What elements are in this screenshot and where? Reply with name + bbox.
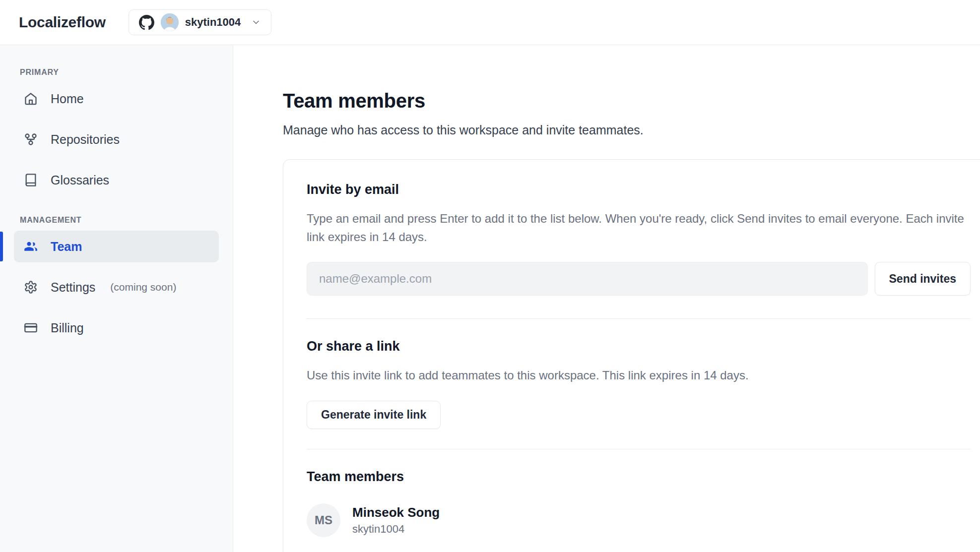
section-divider [307, 449, 971, 449]
account-username: skytin1004 [185, 16, 241, 29]
share-link-description: Use this invite link to add teammates to… [307, 366, 967, 384]
sidebar: PRIMARY Home Repositories Glossaries MAN… [0, 45, 233, 552]
sidebar-item-team[interactable]: Team [14, 231, 219, 262]
invite-by-email-heading: Invite by email [307, 182, 971, 197]
sidebar-item-label: Home [51, 92, 84, 106]
book-icon [24, 173, 38, 187]
team-member-row: MS Minseok Song skytin1004 [307, 503, 971, 537]
sidebar-item-label: Settings [51, 280, 95, 295]
account-dropdown[interactable]: skytin1004 [129, 9, 272, 35]
sidebar-item-label: Repositories [51, 132, 120, 147]
page-title: Team members [283, 90, 980, 112]
sidebar-item-note: (coming soon) [110, 281, 176, 293]
app-header: Localizeflow skytin1004 [0, 0, 980, 45]
generate-invite-link-button[interactable]: Generate invite link [307, 401, 441, 429]
page-subtitle: Manage who has access to this workspace … [283, 123, 980, 137]
team-members-heading: Team members [307, 469, 971, 485]
gear-icon [24, 280, 38, 294]
section-divider [307, 318, 971, 319]
sidebar-item-billing[interactable]: Billing [14, 312, 219, 344]
member-avatar: MS [307, 503, 340, 537]
team-card: Invite by email Type an email and press … [283, 159, 980, 552]
member-name: Minseok Song [352, 505, 440, 520]
invite-email-row: Send invites [307, 262, 971, 296]
home-icon [24, 92, 38, 106]
sidebar-item-label: Billing [51, 321, 84, 335]
sidebar-item-home[interactable]: Home [14, 83, 219, 115]
sidebar-item-settings[interactable]: Settings (coming soon) [14, 271, 219, 303]
member-username: skytin1004 [352, 523, 440, 536]
git-fork-icon [24, 132, 38, 146]
sidebar-item-label: Team [51, 240, 82, 254]
share-link-heading: Or share a link [307, 339, 971, 354]
sidebar-item-label: Glossaries [51, 173, 109, 187]
sidebar-section-primary: PRIMARY [14, 68, 219, 77]
send-invites-button[interactable]: Send invites [875, 262, 971, 296]
sidebar-item-glossaries[interactable]: Glossaries [14, 164, 219, 196]
user-avatar [161, 13, 179, 31]
invite-email-input[interactable] [307, 262, 868, 296]
chevron-down-icon [251, 17, 261, 27]
app-logo: Localizeflow [19, 14, 106, 31]
credit-card-icon [24, 321, 38, 335]
sidebar-item-repositories[interactable]: Repositories [14, 123, 219, 155]
users-icon [24, 240, 38, 253]
main-content: Team members Manage who has access to th… [233, 45, 980, 552]
github-icon [139, 15, 154, 30]
invite-by-email-description: Type an email and press Enter to add it … [307, 209, 967, 246]
sidebar-section-management: MANAGEMENT [14, 216, 219, 225]
